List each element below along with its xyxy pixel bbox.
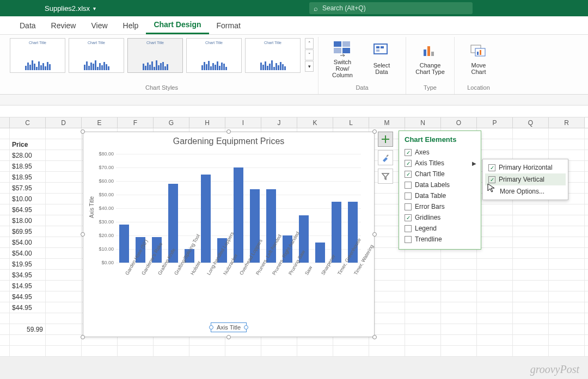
selection-handle[interactable] <box>81 335 85 339</box>
cell[interactable] <box>10 313 46 324</box>
cell[interactable] <box>477 270 513 280</box>
checkbox-icon[interactable] <box>405 171 412 178</box>
cell[interactable] <box>477 215 513 226</box>
cell[interactable] <box>513 128 549 139</box>
cell[interactable] <box>46 172 82 182</box>
cell[interactable]: $54.00 <box>10 237 46 247</box>
selection-handle[interactable] <box>372 232 377 237</box>
filename-dropdown-icon[interactable]: ▾ <box>93 5 96 11</box>
cell[interactable] <box>46 259 82 269</box>
chart-style-thumb[interactable]: Chart Title <box>127 38 183 73</box>
cell[interactable] <box>189 346 225 356</box>
cell[interactable] <box>549 324 585 334</box>
cell[interactable] <box>0 215 10 226</box>
column-header[interactable]: O <box>441 117 477 128</box>
selection-handle[interactable] <box>372 129 377 134</box>
cell[interactable] <box>513 204 549 215</box>
cell[interactable]: $14.95 <box>10 281 46 291</box>
cell[interactable] <box>477 204 513 215</box>
cell[interactable]: $64.95 <box>10 204 46 215</box>
x-axis-title[interactable]: Axis Title <box>211 322 247 332</box>
cell[interactable] <box>46 161 82 171</box>
chart-element-item[interactable]: Data Labels <box>405 179 475 190</box>
cell[interactable] <box>441 281 477 291</box>
cell[interactable] <box>0 313 10 324</box>
checkbox-icon[interactable] <box>488 176 495 183</box>
cell[interactable] <box>46 183 82 193</box>
cell[interactable] <box>82 346 118 356</box>
checkbox-icon[interactable] <box>405 149 412 156</box>
cell[interactable] <box>477 248 513 258</box>
cell[interactable] <box>0 248 10 258</box>
cell[interactable] <box>441 302 477 313</box>
cell[interactable] <box>477 346 513 356</box>
cell[interactable] <box>549 335 585 345</box>
cell[interactable]: $18.00 <box>10 215 46 226</box>
selection-handle[interactable] <box>372 335 377 339</box>
tab-chart-design[interactable]: Chart Design <box>146 16 209 34</box>
cell[interactable] <box>549 139 585 150</box>
column-header[interactable]: D <box>46 117 82 128</box>
column-header[interactable]: M <box>369 117 405 128</box>
column-header[interactable] <box>0 117 10 128</box>
search-box[interactable]: ⌕ Search (Alt+Q) <box>309 2 473 14</box>
cell[interactable] <box>441 335 477 345</box>
selection-handle[interactable] <box>81 129 85 134</box>
cell[interactable] <box>10 346 46 356</box>
cell[interactable] <box>513 215 549 226</box>
cell[interactable] <box>405 335 441 345</box>
checkbox-icon[interactable] <box>405 192 412 200</box>
cell[interactable] <box>549 291 585 302</box>
submenu-item[interactable]: More Options... <box>485 185 566 197</box>
checkbox-icon[interactable] <box>405 160 412 167</box>
cell[interactable] <box>513 313 549 324</box>
cell[interactable] <box>225 346 261 356</box>
cell[interactable] <box>405 324 441 334</box>
cell[interactable] <box>333 346 369 356</box>
cell[interactable] <box>10 335 46 345</box>
cell[interactable] <box>0 291 10 302</box>
cell[interactable] <box>0 270 10 280</box>
cell[interactable] <box>0 237 10 247</box>
cell[interactable] <box>0 281 10 291</box>
cell[interactable] <box>477 259 513 269</box>
tab-format[interactable]: Format <box>209 16 248 34</box>
cell[interactable] <box>549 302 585 313</box>
cell[interactable] <box>46 281 82 291</box>
submenu-item[interactable]: Primary Horizontal <box>485 161 566 173</box>
cell[interactable] <box>0 194 10 204</box>
cell[interactable] <box>10 128 46 139</box>
bar[interactable] <box>234 167 243 263</box>
cell[interactable] <box>405 346 441 356</box>
column-header[interactable]: L <box>333 117 369 128</box>
column-header[interactable]: E <box>82 117 118 128</box>
cell[interactable] <box>513 139 549 150</box>
scroll-down-icon[interactable]: ˅ <box>305 49 314 60</box>
cell[interactable] <box>46 324 82 334</box>
cell[interactable]: $69.95 <box>10 226 46 237</box>
cell[interactable] <box>118 346 154 356</box>
column-header[interactable]: K <box>297 117 333 128</box>
cell[interactable] <box>513 259 549 269</box>
cell[interactable] <box>441 259 477 269</box>
checkbox-icon[interactable] <box>488 164 495 171</box>
cell[interactable] <box>477 128 513 139</box>
checkbox-icon[interactable] <box>405 182 412 189</box>
chart-style-thumb[interactable]: Chart Title <box>10 38 65 73</box>
cell[interactable] <box>369 346 405 356</box>
cell[interactable] <box>477 281 513 291</box>
cell[interactable] <box>0 172 10 182</box>
cell[interactable] <box>46 237 82 247</box>
chart-styles-button[interactable] <box>378 150 393 165</box>
bar[interactable] <box>119 225 129 263</box>
cell[interactable] <box>549 346 585 356</box>
bar[interactable] <box>332 202 341 263</box>
chart-style-thumb[interactable]: Chart Title <box>69 38 124 73</box>
chart-style-thumb[interactable]: Chart Title <box>186 38 242 73</box>
switch-row-column-button[interactable]: Switch Row/ Column <box>323 38 362 80</box>
cell[interactable] <box>405 281 441 291</box>
cell[interactable] <box>513 248 549 258</box>
checkbox-icon[interactable] <box>405 203 412 210</box>
cell[interactable] <box>549 259 585 269</box>
cell[interactable]: $54.00 <box>10 248 46 258</box>
